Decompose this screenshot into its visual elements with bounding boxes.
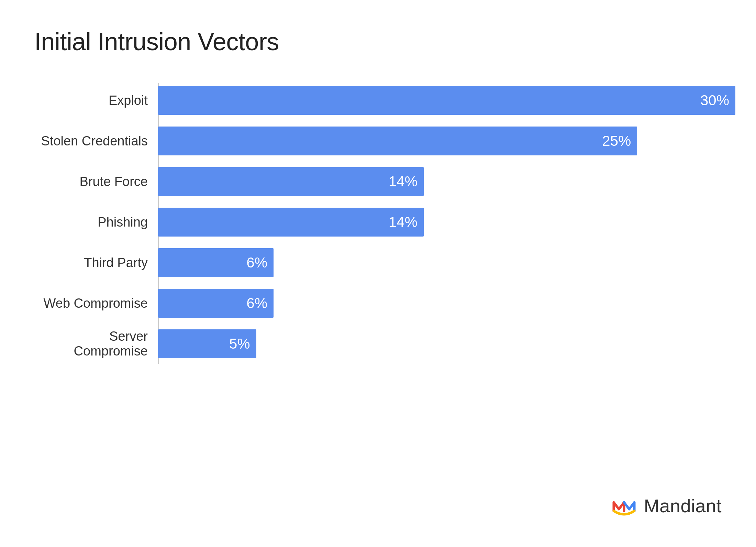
bar-fill: 6% <box>158 289 274 318</box>
bar-fill: 6% <box>158 248 274 277</box>
bar-fill: 14% <box>158 208 424 237</box>
bar-value: 6% <box>246 295 267 311</box>
bar-track: 6% <box>158 248 722 277</box>
bar-track: 30% <box>158 86 722 115</box>
bar-row: Brute Force14% <box>158 164 722 199</box>
bar-track: 6% <box>158 289 722 318</box>
bar-row: Server Compromise5% <box>158 327 722 361</box>
bar-label: Brute Force <box>34 174 155 189</box>
logo-area: Mandiant <box>610 492 722 519</box>
bar-row: Web Compromise6% <box>158 286 722 320</box>
bar-label: Web Compromise <box>34 296 155 311</box>
bar-value: 25% <box>602 133 631 149</box>
bar-label: Exploit <box>34 93 155 108</box>
bar-track: 5% <box>158 329 722 358</box>
bar-row: Third Party6% <box>158 245 722 280</box>
bar-row: Exploit30% <box>158 83 722 118</box>
bar-label: Phishing <box>34 215 155 230</box>
bars-container: Exploit30%Stolen Credentials25%Brute For… <box>158 83 722 364</box>
bar-track: 14% <box>158 208 722 237</box>
bar-value: 30% <box>700 92 729 109</box>
chart-title: Initial Intrusion Vectors <box>34 28 722 56</box>
bar-value: 14% <box>389 173 418 190</box>
bar-label: Stolen Credentials <box>34 134 155 149</box>
mandiant-logo-text: Mandiant <box>644 495 722 516</box>
bar-fill: 25% <box>158 127 637 155</box>
bar-fill: 14% <box>158 167 424 196</box>
bar-label: Third Party <box>34 255 155 270</box>
bar-fill: 5% <box>158 329 256 358</box>
bar-track: 14% <box>158 167 722 196</box>
page-container: Initial Intrusion Vectors Exploit30%Stol… <box>0 0 756 547</box>
bar-row: Phishing14% <box>158 205 722 239</box>
bar-track: 25% <box>158 127 722 155</box>
bar-row: Stolen Credentials25% <box>158 124 722 158</box>
bar-fill: 30% <box>158 86 735 115</box>
bar-value: 6% <box>246 254 267 271</box>
bar-value: 14% <box>389 214 418 230</box>
chart-area: Exploit30%Stolen Credentials25%Brute For… <box>34 83 722 364</box>
bar-label: Server Compromise <box>34 329 155 359</box>
bar-value: 5% <box>229 336 250 352</box>
mandiant-logo-icon <box>610 492 638 519</box>
